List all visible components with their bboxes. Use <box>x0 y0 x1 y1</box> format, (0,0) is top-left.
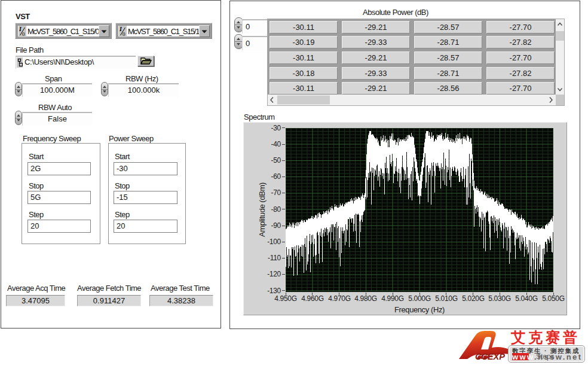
svg-text:0: 0 <box>22 31 25 37</box>
svg-text:0: 0 <box>122 31 125 37</box>
